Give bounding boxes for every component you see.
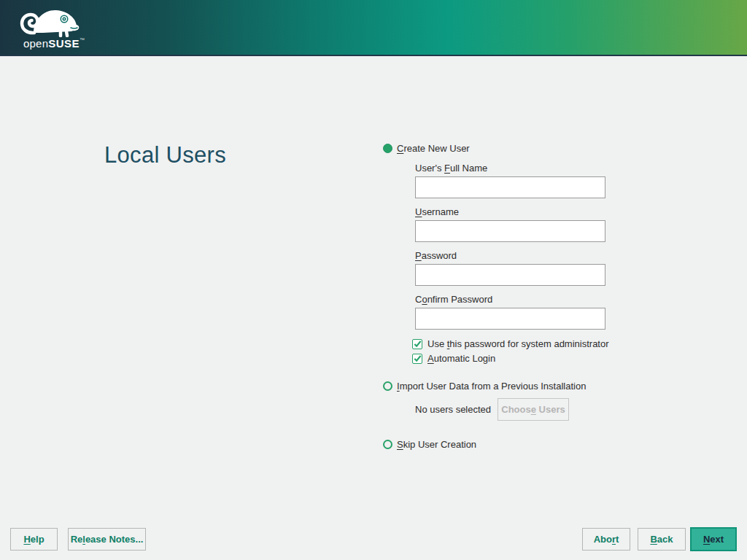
password-label: Password xyxy=(415,250,457,261)
full-name-input[interactable] xyxy=(415,176,605,198)
radio-skip-user-creation-label[interactable]: Skip User Creation xyxy=(397,439,476,450)
abort-button[interactable]: Abort xyxy=(582,528,630,551)
checkbox-row-automatic-login: Automatic Login xyxy=(412,353,495,364)
radio-row-skip-user-creation: Skip User Creation xyxy=(383,439,476,450)
geeko-chameleon-icon xyxy=(18,4,80,37)
release-notes-button[interactable]: Release Notes... xyxy=(68,528,146,551)
confirm-password-input[interactable] xyxy=(415,308,605,330)
checkbox-use-password-for-admin-label[interactable]: Use this password for system administrat… xyxy=(427,338,609,349)
radio-create-new-user-label[interactable]: Create New User xyxy=(397,143,470,154)
checkbox-automatic-login-label[interactable]: Automatic Login xyxy=(427,353,495,364)
radio-row-import-user-data: Import User Data from a Previous Install… xyxy=(383,381,586,392)
confirm-password-label: Confirm Password xyxy=(415,294,492,305)
radio-import-user-data[interactable] xyxy=(383,381,392,391)
checkbox-row-admin-password: Use this password for system administrat… xyxy=(412,338,609,349)
full-name-label: User's Full Name xyxy=(415,163,487,174)
checkmark-icon xyxy=(414,354,422,362)
header-banner: openSUSE™ xyxy=(0,0,747,56)
next-button[interactable]: Next xyxy=(690,527,737,551)
back-button[interactable]: Back xyxy=(638,528,686,551)
import-status-row: No users selected xyxy=(415,404,491,415)
opensuse-wordmark: openSUSE™ xyxy=(23,37,85,50)
checkmark-icon xyxy=(414,340,422,348)
installer-window: openSUSE™ Local Users Create New User Us… xyxy=(0,0,747,560)
radio-row-create-new-user: Create New User xyxy=(383,143,470,154)
username-label: Username xyxy=(415,206,459,217)
radio-create-new-user[interactable] xyxy=(383,144,392,153)
page-title: Local Users xyxy=(104,142,226,168)
help-button[interactable]: Help xyxy=(10,528,58,551)
radio-import-user-data-label[interactable]: Import User Data from a Previous Install… xyxy=(397,381,586,392)
opensuse-logo: openSUSE™ xyxy=(18,4,80,52)
choose-users-button: Choose Users xyxy=(498,398,569,421)
no-users-selected-text: No users selected xyxy=(415,404,491,415)
radio-skip-user-creation[interactable] xyxy=(383,440,392,449)
username-input[interactable] xyxy=(415,220,605,242)
password-input[interactable] xyxy=(415,264,605,286)
checkbox-use-password-for-admin[interactable] xyxy=(412,339,422,349)
checkbox-automatic-login[interactable] xyxy=(412,354,422,364)
